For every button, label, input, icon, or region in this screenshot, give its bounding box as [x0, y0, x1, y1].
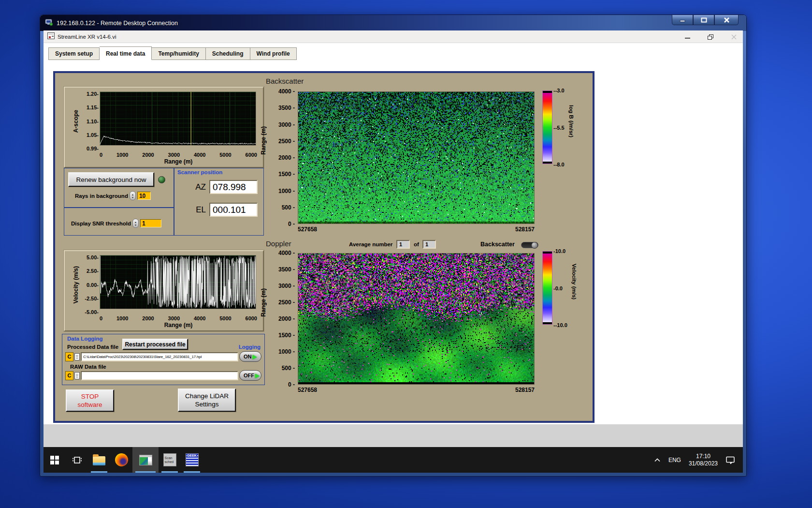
average-total-field[interactable]: 1: [422, 240, 436, 249]
colorbar-ticks: 10.00.0-10.0: [553, 249, 567, 328]
task-view-button[interactable]: [66, 447, 88, 473]
tick-label: 1000: [278, 188, 295, 194]
processed-path-field[interactable]: C:\Lidar\Data\Proc\2023\202308\20230831\…: [81, 352, 238, 361]
of-label: of: [414, 241, 419, 247]
raw-logging-toggle[interactable]: OFF▶: [239, 370, 261, 381]
renew-background-button[interactable]: Renew background now: [68, 172, 154, 187]
average-number-field[interactable]: 1: [396, 240, 410, 249]
raw-path-field[interactable]: [81, 371, 238, 380]
app-titlebar[interactable]: StreamLine XR v14-6.vi: [44, 30, 743, 43]
tick-label: -2.50: [85, 296, 99, 301]
velocity-xlabel: Range (m): [100, 322, 257, 329]
tick-label: 2500: [278, 138, 295, 144]
clock-date: 31/08/2023: [689, 460, 718, 467]
display-snr-threshold-label: Display SNR threshold: [71, 221, 131, 226]
tick-label: 4000: [278, 89, 295, 94]
stop-label-line1: STOP: [81, 392, 99, 401]
ascope-graph: A-scope 1.201.151.101.050.99 01000200030…: [64, 87, 264, 168]
change-lidar-settings-button[interactable]: Change LiDAR Settings: [178, 388, 236, 412]
el-value: 000.101: [209, 203, 258, 217]
data-logging-box: Data Logging Processed Data file Restart…: [62, 334, 265, 385]
rdp-titlebar[interactable]: 192.168.0.122 - Remote Desktop Connectio…: [40, 15, 746, 31]
restore-icon: [708, 34, 713, 40]
remote-desktop-icon: [45, 18, 53, 28]
snr-spinner[interactable]: ▲▼: [132, 219, 139, 228]
app-close-button[interactable]: [728, 32, 739, 41]
backscatter-display-toggle[interactable]: [521, 242, 538, 248]
start-button[interactable]: [44, 447, 66, 473]
renew-status-led: [158, 176, 165, 183]
app-restore-button[interactable]: [705, 32, 716, 41]
action-center-button[interactable]: [725, 456, 735, 464]
firefox-button[interactable]: [110, 447, 132, 473]
app-preview-icon: [139, 455, 152, 465]
scanner-position-title: Scanner position: [177, 169, 263, 175]
tick-label: 0.00: [87, 283, 99, 288]
raw-browse-icon[interactable]: [74, 372, 80, 379]
tick-label: 5000: [219, 152, 231, 158]
processed-logging-toggle[interactable]: ON▶: [239, 351, 261, 362]
scan-sched-button[interactable]: Scan sched: [159, 447, 181, 473]
backscatter-xticks: 527658 528157: [298, 226, 535, 233]
geek-button[interactable]: GEEK: [181, 447, 203, 473]
rdp-close-button[interactable]: [714, 15, 739, 25]
stop-label-line2: software: [77, 401, 102, 409]
tick-label: 1000: [116, 152, 128, 158]
active-app-button[interactable]: [132, 447, 159, 473]
snr-box: Display SNR threshold ▲▼ 1: [64, 208, 174, 236]
tick-label: 1.20: [87, 91, 99, 97]
background-box: Renew background now Rays in background …: [64, 168, 174, 208]
colorbar-ticks: -3.0-5.5-8.0: [553, 88, 565, 167]
tick-label: 1000: [278, 349, 295, 355]
app-title: StreamLine XR v14-6.vi: [58, 34, 116, 40]
tab-system-setup[interactable]: System setup: [48, 47, 100, 60]
tick-label: 500: [282, 205, 295, 210]
tray-expand-chevron-icon[interactable]: [654, 458, 661, 463]
processed-data-file-label: Processed Data file: [67, 344, 118, 350]
close-icon: [724, 17, 730, 23]
tick-label: 1000: [116, 315, 128, 321]
clock-time: 17:10: [689, 453, 718, 460]
ascope-plot[interactable]: [100, 91, 256, 146]
toggle-knob: [531, 242, 538, 249]
geek-label: GEEK: [187, 454, 197, 458]
processed-drive-selector[interactable]: C: [65, 352, 73, 361]
rdp-minimize-button[interactable]: [672, 15, 693, 25]
task-view-icon: [72, 456, 82, 464]
rdp-maximize-button[interactable]: [693, 15, 714, 25]
snr-value-field[interactable]: 1: [140, 219, 161, 227]
velocity-plot: [100, 255, 256, 309]
el-label: EL: [196, 205, 206, 215]
language-indicator[interactable]: ENG: [668, 457, 681, 463]
app-window: StreamLine XR v14-6.vi Sys: [44, 30, 743, 447]
ascope-xticks: 0100020003000400050006000: [100, 152, 257, 158]
rays-value-field[interactable]: 10: [137, 192, 151, 200]
taskbar-clock[interactable]: 17:10 31/08/2023: [689, 453, 718, 467]
running-indicator: [184, 471, 200, 473]
raw-drive-selector[interactable]: C: [65, 371, 73, 380]
tab-scheduling[interactable]: Scheduling: [206, 47, 250, 60]
tab-temp-humidity[interactable]: Temp/humidity: [152, 47, 205, 60]
tick-label: 1.05: [87, 133, 99, 138]
taskbar: Scan sched GEEK ENG: [44, 447, 743, 473]
doppler-xtick-left: 527658: [298, 387, 317, 393]
led-icon: ▶: [253, 354, 257, 359]
doppler-colorbar-label: Velocity (m/s): [571, 264, 577, 299]
processed-browse-icon[interactable]: [74, 353, 80, 360]
tick-label: -10.0: [553, 323, 567, 328]
tick-label: -3.0: [553, 88, 565, 93]
doppler-xtick-right: 528157: [515, 387, 535, 393]
file-explorer-button[interactable]: [88, 447, 110, 473]
tab-real-time-data[interactable]: Real time data: [100, 46, 152, 60]
raw-data-file-label: RAW Data file: [70, 364, 264, 370]
scan-sched-label-line2: sched: [165, 460, 174, 464]
running-indicator: [161, 471, 178, 473]
stop-software-button[interactable]: STOP software: [66, 389, 114, 412]
rays-spinner[interactable]: ▲▼: [130, 191, 136, 200]
backscatter-heatmap: [298, 91, 535, 224]
tab-wind-profile[interactable]: Wind profile: [250, 47, 297, 60]
doppler-colorbar: 10.00.0-10.0 Velocity (m/s): [542, 251, 577, 328]
restart-processed-file-button[interactable]: Restart processed file: [122, 339, 188, 350]
average-number-label: Average number: [349, 241, 392, 247]
app-minimize-button[interactable]: [682, 32, 693, 41]
